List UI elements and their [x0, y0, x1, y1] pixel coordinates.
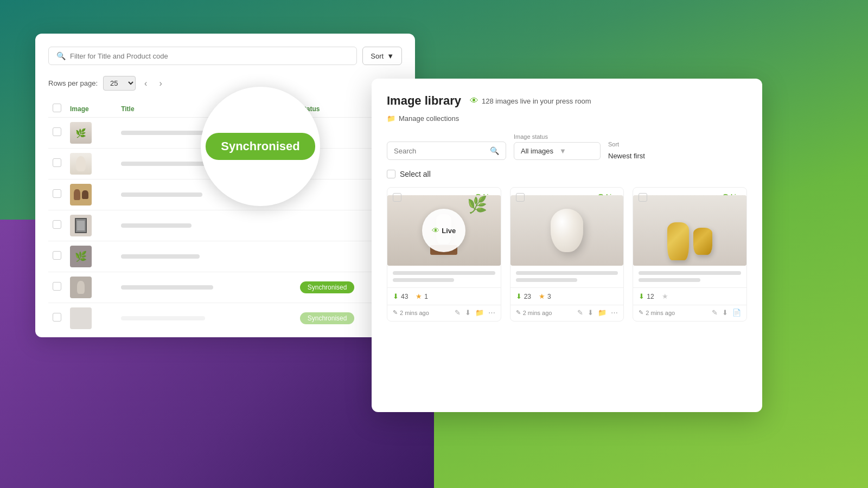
title-placeholder	[121, 131, 208, 135]
copy-icon[interactable]: 📄	[732, 309, 741, 317]
folder-icon[interactable]: 📁	[598, 309, 607, 317]
magnified-sync-badge: Synchronised	[206, 133, 315, 160]
select-all-label: Select all	[400, 170, 431, 178]
row-checkbox[interactable]	[53, 251, 61, 260]
status-value: All images	[521, 147, 555, 155]
download-icon: ⬇	[639, 292, 644, 300]
image-card: 👁 Li... ⬇ 12	[633, 187, 747, 322]
more-icon[interactable]: ⋯	[611, 309, 618, 317]
rows-per-page-label: Rows per page:	[48, 79, 98, 87]
product-thumbnail: 🌿	[70, 122, 92, 144]
action-time: ✎ 2 mins ago	[393, 309, 450, 316]
favorite-stat: ★	[662, 292, 668, 300]
search-icon: 🔍	[490, 146, 499, 155]
sort-value: Newest first	[608, 152, 645, 160]
live-count-text: 128 images live in your press room	[482, 97, 591, 105]
download-icon: ⬇	[516, 292, 522, 300]
action-icons: ✎ ⬇ 📁 ⋯	[577, 309, 618, 317]
card-title-bar	[516, 271, 618, 275]
action-icons: ✎ ⬇ 📄	[712, 309, 741, 317]
image-card: 👁 Live 🌿 👁 Li	[387, 187, 501, 322]
card-top: 👁 Li...	[633, 188, 746, 193]
prev-page-button[interactable]: ‹	[141, 78, 150, 89]
download-icon[interactable]: ⬇	[465, 309, 471, 317]
folder-icon[interactable]: 📁	[475, 309, 484, 317]
short-vase	[693, 228, 712, 255]
favorite-count: 3	[547, 293, 551, 300]
time-text: 2 mins ago	[523, 310, 552, 316]
row-checkbox[interactable]	[53, 189, 61, 198]
more-icon[interactable]: ⋯	[488, 309, 495, 317]
row-checkbox[interactable]	[53, 220, 61, 229]
edit-icon[interactable]: ✎	[455, 309, 461, 317]
row-checkbox[interactable]	[53, 282, 61, 291]
product-thumbnail	[70, 277, 92, 298]
table-row: Synchronised	[48, 303, 402, 334]
sort-label: Sort	[608, 141, 645, 147]
live-badge-overlay: 👁 Live	[422, 209, 465, 252]
time-text: 2 mins ago	[646, 310, 675, 316]
search-wrap: 🔍	[387, 142, 506, 160]
card-actions: ✎ 2 mins ago ✎ ⬇ 📁 ⋯	[510, 305, 624, 321]
download-icon[interactable]: ⬇	[588, 309, 593, 317]
edit-icon[interactable]: ✎	[712, 309, 718, 317]
product-search-wrap: 🔍	[48, 47, 357, 65]
table-row: Synchronised	[48, 272, 402, 303]
row-checkbox[interactable]	[53, 313, 61, 322]
manage-collections-link[interactable]: 📁 Manage collections	[387, 114, 747, 123]
card-info	[510, 266, 624, 287]
card-checkbox[interactable]	[516, 193, 525, 202]
download-stat: ⬇ 43	[393, 292, 408, 300]
title-placeholder	[121, 254, 200, 259]
action-icons: ✎ ⬇ 📁 ⋯	[455, 309, 495, 317]
download-icon[interactable]: ⬇	[722, 309, 728, 317]
favorite-stat: ★ 1	[416, 292, 428, 300]
card-subtitle-bar	[639, 278, 700, 282]
edit-icon[interactable]: ✎	[577, 309, 583, 317]
sort-button[interactable]: Sort ▼	[362, 47, 402, 65]
product-thumbnail: 🌿	[70, 246, 92, 267]
product-search-input[interactable]	[70, 52, 349, 60]
row-checkbox[interactable]	[53, 158, 61, 167]
favorite-stat: ★ 3	[539, 292, 551, 300]
download-count: 12	[647, 293, 654, 300]
select-all-row: Select all	[387, 170, 747, 178]
row-checkbox[interactable]	[53, 127, 61, 136]
card-subtitle-bar	[393, 278, 454, 282]
card-top: 👁 Live	[387, 188, 501, 193]
title-placeholder	[121, 192, 202, 197]
select-all-checkbox[interactable]	[53, 104, 61, 112]
title-placeholder	[121, 223, 192, 228]
download-count: 43	[401, 293, 408, 300]
library-title: Image library	[387, 94, 461, 108]
select-all-checkbox[interactable]	[387, 170, 395, 178]
product-thumbnail	[70, 184, 92, 206]
image-search-input[interactable]	[394, 147, 486, 155]
manage-collections-label: Manage collections	[399, 114, 459, 123]
table-row	[48, 210, 402, 241]
status-select[interactable]: All images ▼	[514, 142, 601, 160]
card-actions: ✎ 2 mins ago ✎ ⬇ 📄	[633, 305, 746, 321]
time-text: 2 mins ago	[400, 310, 429, 316]
product-thumbnail	[70, 153, 92, 175]
action-time: ✎ 2 mins ago	[516, 309, 573, 316]
magnify-circle: Synchronised	[201, 87, 320, 206]
card-checkbox[interactable]	[393, 193, 401, 202]
card-title-bar	[393, 271, 495, 275]
next-page-button[interactable]: ›	[156, 78, 165, 89]
star-icon: ★	[539, 292, 545, 300]
clock-icon: ✎	[516, 309, 521, 316]
card-checkbox[interactable]	[639, 193, 647, 202]
gold-vases-img	[633, 195, 746, 266]
star-icon: ★	[662, 292, 668, 300]
download-icon: ⬇	[393, 292, 399, 300]
image-library-panel: Image library 👁 128 images live in your …	[372, 79, 762, 412]
library-header: Image library 👁 128 images live in your …	[387, 94, 747, 108]
card-image	[633, 195, 746, 266]
status-filter-group: Image status All images ▼	[514, 133, 601, 160]
rows-per-page-select[interactable]: 25 50 100	[103, 76, 136, 91]
product-thumbnail	[70, 307, 92, 329]
card-info	[387, 266, 501, 287]
card-subtitle-bar	[516, 278, 577, 282]
favorite-count: 1	[424, 293, 428, 300]
